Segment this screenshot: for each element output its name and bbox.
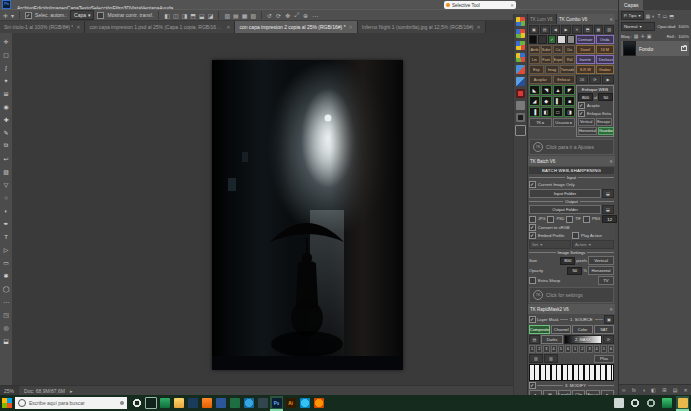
autoselect-checkbox[interactable] [25, 12, 32, 19]
source-side-icon[interactable]: ▣ [604, 315, 614, 324]
3d-mode-icon[interactable]: ⊕ [303, 12, 308, 19]
ws-flatten-checkbox[interactable] [578, 102, 585, 109]
explorer-icon[interactable] [172, 396, 185, 411]
store-icon[interactable] [186, 396, 199, 411]
tool-button[interactable]: ⧉ [1, 139, 12, 152]
tk-record-icon[interactable] [516, 89, 525, 98]
combo-side-button[interactable]: Contraer [576, 35, 595, 44]
illustrator-icon[interactable]: Ai [284, 396, 297, 411]
dark-brush[interactable] [538, 35, 546, 44]
layer-filter-icon[interactable]: ⬒ [669, 13, 674, 19]
tab-close-icon[interactable]: ✕ [226, 24, 230, 30]
plus-button[interactable]: Plus [594, 355, 614, 363]
mask-number-button[interactable]: 5 [601, 345, 607, 353]
cortana-icon[interactable] [130, 396, 143, 411]
mask-number-button[interactable]: 2 [579, 345, 585, 353]
combo-action-button[interactable]: Enfocar [553, 75, 576, 84]
tray-mail-icon[interactable] [660, 396, 673, 411]
layer-filter-select[interactable]: P. Tipo▾ [621, 11, 644, 20]
tab-tk-batch[interactable]: TK Batch V6 ✕ [528, 156, 615, 166]
luminosity-mask-thumb[interactable]: ▲ [553, 85, 564, 95]
combo-side-button[interactable]: Onda [596, 35, 615, 44]
input-folder-button[interactable]: Input Folder [529, 189, 601, 198]
mask-number-button[interactable]: 6 [565, 345, 571, 353]
tool-button[interactable]: ▢ [1, 48, 12, 61]
combo-action-button[interactable]: Ca [553, 45, 564, 54]
output-folder-icon[interactable]: ⬓ [602, 205, 614, 214]
combo-action-button[interactable]: Lin [529, 55, 540, 64]
embed-profile-checkbox[interactable] [529, 232, 536, 239]
tool-button[interactable]: ○ [1, 191, 12, 204]
combo-toolbar-icon[interactable]: ⬒ [583, 25, 593, 34]
align-icon[interactable]: ◨ [182, 12, 188, 19]
tool-button[interactable]: ◯ [1, 282, 12, 295]
document-tab[interactable]: con capa impresion 1.psd al 25% (Capa 1 … [85, 21, 235, 33]
combo-action-button[interactable]: Acoplar [529, 75, 552, 84]
vertical-button[interactable]: Vertical [588, 256, 614, 265]
close-icon[interactable]: ✕ [609, 307, 613, 312]
luminosity-mask-thumb[interactable]: ◤ [564, 85, 575, 95]
action-name-select[interactable]: Action▾ [572, 240, 614, 249]
mask-number-button[interactable]: 1 [572, 345, 578, 353]
tool-button[interactable]: ▷ [1, 243, 12, 256]
ws-horizontal-button[interactable]: Horizontal [578, 127, 597, 135]
distribute-icon[interactable]: ▥ [224, 12, 230, 19]
layer-filter-icon[interactable]: ▦ [646, 13, 651, 19]
selective-tool-chip[interactable]: Selective Tool ✕ [444, 1, 516, 9]
tv-button[interactable]: TV [598, 276, 614, 285]
white-brush[interactable] [557, 35, 565, 44]
size-field[interactable]: 800 [560, 257, 575, 265]
new-group-icon[interactable]: ⊞ [662, 387, 666, 393]
combo-action-button[interactable]: Exp [529, 65, 544, 74]
combo-action-button[interactable]: Atrib [529, 45, 540, 54]
settings-icon[interactable] [256, 396, 269, 411]
luminosity-mask-thumb[interactable]: ◨ [564, 107, 575, 117]
combo-side-button[interactable]: Invertir [576, 55, 595, 64]
word-icon[interactable] [214, 396, 227, 411]
layer-filter-icon[interactable]: ▭ [662, 13, 667, 19]
output-folder-button[interactable]: Output Folder [529, 205, 601, 214]
mask-number-button[interactable]: 3 [543, 345, 549, 353]
combo-side-button[interactable]: 16 M [596, 45, 615, 54]
autoselect-target-select[interactable]: Capa ▾ [70, 10, 94, 20]
tk-batch-icon[interactable] [516, 65, 525, 74]
format-option[interactable]: PNG [583, 216, 600, 223]
3d-mode-icon[interactable]: ⤢ [294, 12, 299, 19]
mask-spectrum-strip[interactable]: 2. MASK [564, 335, 602, 344]
close-icon[interactable]: ✕ [609, 159, 613, 164]
combo-footer-button[interactable]: Usuario ▸ [553, 118, 576, 127]
luminosity-mask-thumb[interactable]: ■ [564, 96, 575, 106]
lock-option-icon[interactable]: ✛ [640, 33, 644, 39]
show-transform-checkbox[interactable] [97, 12, 104, 19]
3d-mode-icon[interactable]: ✥ [285, 12, 290, 19]
firefox-icon[interactable] [312, 396, 325, 411]
tool-button[interactable]: ✚ [1, 113, 12, 126]
excel-icon[interactable] [228, 396, 241, 411]
luminosity-mask-thumb[interactable]: ◣ [529, 85, 540, 95]
combo-action-button[interactable]: Tornado [560, 65, 575, 74]
adjustment-layer-icon[interactable]: ◧ [651, 387, 656, 393]
opacity-value[interactable]: 100% [678, 24, 689, 29]
source-button[interactable]: Composite [529, 325, 550, 334]
tool-button[interactable]: ✦ [1, 74, 12, 87]
vlc-icon[interactable] [200, 396, 213, 411]
combo-toolbar-icon[interactable]: ✕ [572, 25, 582, 34]
tk-basic-icon[interactable] [516, 29, 525, 38]
combo-toolbar-icon[interactable]: ▤ [540, 25, 550, 34]
delete-layer-icon[interactable]: ✕ [684, 387, 688, 393]
mask-option2-icon[interactable]: ▥ [544, 354, 558, 363]
mail-icon[interactable] [158, 396, 171, 411]
luminosity-mask-thumb[interactable]: ▐ [529, 107, 540, 117]
tk-rapidmask-icon[interactable] [516, 77, 525, 86]
tray-ring1-icon[interactable] [628, 396, 641, 411]
mic-icon[interactable] [120, 401, 124, 405]
combo-small-icon[interactable]: ⟳ [589, 75, 601, 84]
layer-row-background[interactable]: Fondo [621, 41, 689, 56]
modify-checkbox[interactable] [529, 382, 536, 389]
luminosity-mask-thumb[interactable]: ◧ [541, 107, 552, 117]
combo-side-button[interactable]: Dosel [576, 45, 595, 54]
combo-side-button[interactable]: S.R.W [576, 65, 595, 74]
tool-button[interactable]: ▨ [1, 165, 12, 178]
combo-action-button[interactable]: Subir [541, 45, 552, 54]
mask-number-button[interactable]: 6 [608, 345, 614, 353]
